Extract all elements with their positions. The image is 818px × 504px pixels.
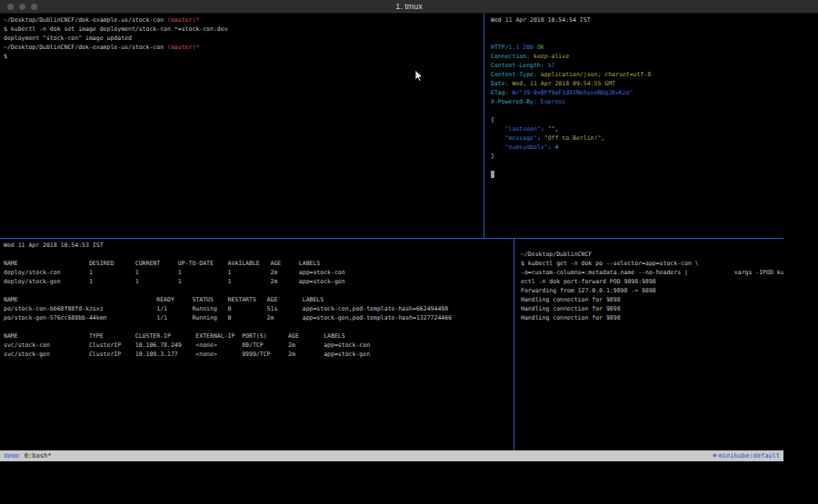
terminal-line — [491, 161, 783, 170]
window-title: 1. tmux — [0, 0, 818, 13]
window-titlebar: 1. tmux — [0, 0, 818, 14]
terminal-line: { — [491, 115, 783, 124]
terminal-line: ~/Desktop/DublinCNCF/dok-example-us/stoc… — [4, 15, 483, 25]
tmux-status-bar: demo 0:bash* ☸minikube:default — [0, 450, 783, 461]
terminal-line: deploy/stock-con 1 1 1 1 2m app=stock-co… — [4, 268, 513, 277]
terminal-line — [521, 241, 783, 250]
terminal-line — [491, 34, 783, 43]
terminal-line: Wed 11 Apr 2018 10:54:53 IST — [4, 241, 513, 250]
pane-shell-kubectl-set-image[interactable]: ~/Desktop/DublinCNCF/dok-example-us/stoc… — [0, 14, 483, 238]
terminal-line: NAME DESIRED CURRENT UP-TO-DATE AVAILABL… — [4, 259, 513, 268]
terminal-line: $ kubectl get -n dok po --selector=app=s… — [521, 259, 783, 268]
terminal-line: -o=custom-columns=:metadata.name --no-he… — [521, 268, 783, 277]
terminal-line: $ kubectl -n dok set image deployment/st… — [4, 25, 483, 34]
mouse-pointer-icon — [414, 70, 424, 83]
terminal-line: ETag: W/"39-0xBPf9aF1dXVNkhsxoBQgJ8vKzo" — [491, 88, 783, 97]
terminal-line: X-Powered-By: Express — [491, 97, 783, 106]
pane-border-vertical-bottom[interactable] — [514, 239, 514, 450]
terminal-line: svc/stock-con ClusterIP 10.106.78.249 <n… — [4, 341, 513, 350]
terminal-line — [4, 250, 513, 259]
terminal-line: Handling connection for 9898 — [521, 295, 783, 304]
terminal-line — [491, 106, 783, 115]
terminal-line: Handling connection for 9898 — [521, 313, 783, 322]
pane-http-response[interactable]: Wed 11 Apr 2018 10:54:54 IST HTTP/1.1 20… — [487, 14, 783, 238]
tmux-session-name: demo — [4, 450, 19, 461]
tmux-terminal: ~/Desktop/DublinCNCF/dok-example-us/stoc… — [0, 14, 783, 461]
terminal-line: Content-Length: 57 — [491, 61, 783, 70]
terminal-line: Wed 11 Apr 2018 10:54:54 IST — [491, 15, 783, 25]
terminal-line: } — [491, 152, 783, 161]
terminal-line: "message": "Off to Berlin!", — [491, 133, 783, 143]
terminal-line: ~/Desktop/DublinCNCF/dok-example-us/stoc… — [4, 43, 483, 52]
pane-port-forward[interactable]: ~/Desktop/DublinCNCF$ kubectl get -n dok… — [517, 239, 783, 450]
terminal-line: deploy/stock-gen 1 1 1 1 2m app=stock-ge… — [4, 277, 513, 286]
terminal-line: $ — [4, 52, 483, 61]
kube-context: ☸minikube:default — [711, 450, 780, 461]
terminal-line: "lastseen": "", — [491, 124, 783, 133]
terminal-line: Content-Type: application/json; charset=… — [491, 70, 783, 79]
terminal-line: Connection: keep-alive — [491, 52, 783, 61]
kube-context-icon: ☸ — [713, 452, 716, 460]
pane-kubectl-get-watch[interactable]: Wed 11 Apr 2018 10:54:53 IST NAME DESIRE… — [0, 239, 513, 450]
terminal-line: NAME READY STATUS RESTARTS AGE LABELS — [4, 295, 513, 304]
terminal-line — [4, 286, 513, 295]
terminal-line: po/stock-gen-576cc688bb-44kmn 1/1 Runnin… — [4, 313, 513, 322]
pane-border-vertical-top[interactable] — [484, 14, 484, 238]
terminal-line: NAME TYPE CLUSTER-IP EXTERNAL-IP PORT(S)… — [4, 331, 513, 341]
tmux-window-tab[interactable]: 0:bash* — [25, 450, 52, 461]
terminal-line: HTTP/1.1 200 OK — [491, 43, 783, 52]
terminal-line: "numsymbols": 4 — [491, 143, 783, 152]
terminal-window: 1. tmux ~/Desktop/DublinCNCF/dok-example… — [0, 0, 818, 504]
terminal-line: Date: Wed, 11 Apr 2018 09:54:55 GMT — [491, 79, 783, 88]
terminal-line: Handling connection for 9898 — [521, 304, 783, 313]
terminal-line — [491, 25, 783, 34]
terminal-line — [4, 322, 513, 331]
terminal-line: ectl -n dok port-forward POD 9898:9898 — [521, 277, 783, 286]
terminal-line: deployment "stock-con" image updated — [4, 34, 483, 43]
terminal-line: Forwarding from 127.0.0.1:9898 -> 9898 — [521, 286, 783, 295]
terminal-line: ~/Desktop/DublinCNCF — [521, 250, 783, 259]
terminal-line: po/stock-con-bb68f88fd-kzsxz 1/1 Running… — [4, 304, 513, 313]
terminal-line: svc/stock-gen ClusterIP 10.109.3.177 <no… — [4, 350, 513, 359]
terminal-line — [491, 170, 783, 179]
kube-context-label: minikube:default — [719, 452, 780, 460]
